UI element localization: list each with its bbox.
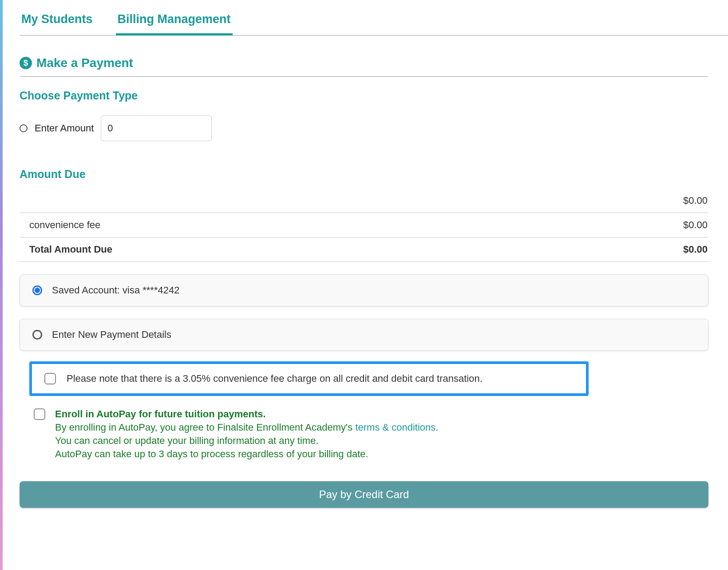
dollar-icon: $ [20,57,32,69]
convenience-fee-label: convenience fee [20,219,100,231]
autopay-title: Enroll in AutoPay for future tuition pay… [55,408,438,420]
autopay-line-terms: By enrolling in AutoPay, you agree to Fi… [55,422,438,433]
amount-due-heading: Amount Due [20,168,708,181]
due-row-total: Total Amount Due $0.00 [20,238,708,262]
new-payment-option[interactable]: Enter New Payment Details [20,319,708,351]
due-row-blank-value: $0.00 [683,195,708,206]
convenience-fee-checkbox[interactable] [44,373,56,384]
convenience-fee-text: Please note that there is a 3.05% conven… [67,373,483,384]
enter-amount-row: Enter Amount [20,115,708,141]
new-payment-label: Enter New Payment Details [52,329,171,340]
autopay-checkbox[interactable] [34,408,45,420]
convenience-fee-value: $0.00 [683,219,708,231]
page-title: Make a Payment [36,56,133,70]
autopay-text: Enroll in AutoPay for future tuition pay… [55,408,438,462]
autopay-line2-post: . [435,422,438,433]
convenience-fee-note: Please note that there is a 3.05% conven… [29,361,589,396]
enter-amount-label: Enter Amount [35,123,94,134]
total-amount-due-label: Total Amount Due [20,244,112,255]
saved-account-label: Saved Account: visa ****4242 [52,285,179,296]
autopay-line-cancel: You can cancel or update your billing in… [55,435,438,447]
choose-payment-type-heading: Choose Payment Type [20,89,708,102]
enter-amount-radio[interactable] [20,124,28,132]
due-row-convenience-fee: convenience fee $0.00 [20,213,708,238]
due-row-blank: $0.00 [20,189,708,213]
page-title-row: $ Make a Payment [20,56,708,77]
saved-account-radio[interactable] [32,285,42,295]
amount-input[interactable] [101,115,212,141]
pay-by-credit-card-button[interactable]: Pay by Credit Card [20,481,708,508]
autopay-line2-pre: By enrolling in AutoPay, you agree to Fi… [55,422,355,433]
autopay-line-delay: AutoPay can take up to 3 days to process… [55,448,438,460]
total-amount-due-value: $0.00 [683,244,708,255]
saved-account-option[interactable]: Saved Account: visa ****4242 [20,274,708,306]
left-accent-gradient [0,0,3,570]
tab-billing-management[interactable]: Billing Management [116,12,233,36]
top-tabs: My Students Billing Management [20,12,728,36]
tab-my-students[interactable]: My Students [20,12,95,35]
terms-link[interactable]: terms & conditions [355,422,435,433]
new-payment-radio[interactable] [32,330,42,340]
autopay-block: Enroll in AutoPay for future tuition pay… [20,408,708,462]
